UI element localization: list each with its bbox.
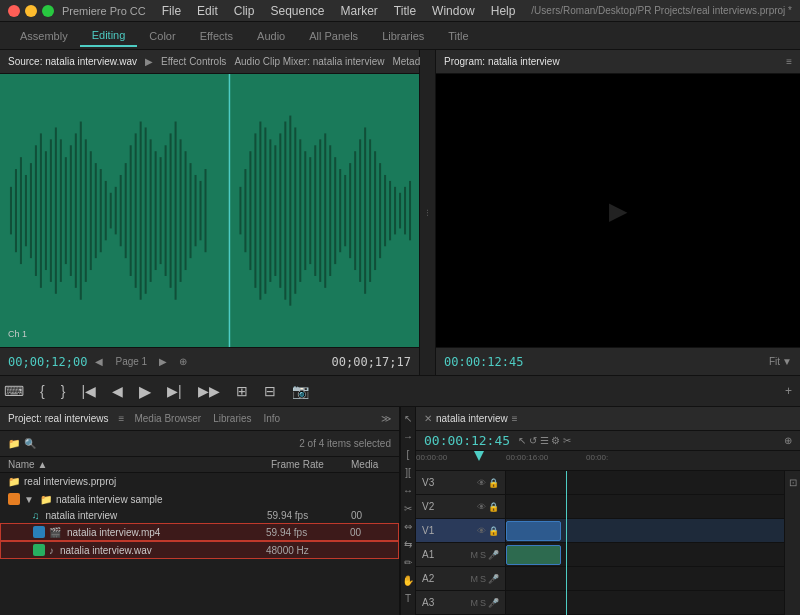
svg-rect-9 <box>50 139 52 282</box>
v1-clip[interactable] <box>506 521 561 541</box>
menu-title[interactable]: Title <box>394 4 416 18</box>
natalia-folder[interactable]: ▼ 📁 natalia interview sample <box>0 490 399 508</box>
play-button[interactable]: ▶ <box>135 380 155 403</box>
v2-track-row[interactable] <box>506 495 784 519</box>
natalia-interview-item[interactable]: ♫ natalia interview 59.94 fps 00 <box>0 508 399 523</box>
timeline-ruler[interactable]: 00:00:00 00:00:16:00 00:00: <box>416 451 800 471</box>
project-more-btn[interactable]: ≫ <box>381 413 391 424</box>
project-panel-menu-icon[interactable]: ≡ <box>119 413 125 424</box>
v2-eye[interactable]: 👁 <box>477 502 486 512</box>
tab-all-panels[interactable]: All Panels <box>297 26 370 46</box>
tab-libraries[interactable]: Libraries <box>213 413 251 424</box>
effect-controls-tab[interactable]: Effect Controls <box>161 56 226 67</box>
tab-editing[interactable]: Editing <box>80 25 138 47</box>
tab-color[interactable]: Color <box>137 26 187 46</box>
tab-title[interactable]: Title <box>436 26 480 46</box>
selection-tool[interactable]: ↖ <box>401 411 415 425</box>
left-arrow[interactable]: ◀ <box>95 356 103 367</box>
a2-mic[interactable]: 🎤 <box>488 574 499 584</box>
ripple-edit-tool[interactable]: [ <box>401 447 415 461</box>
menu-clip[interactable]: Clip <box>234 4 255 18</box>
rolling-edit-tool[interactable]: ][ <box>401 465 415 479</box>
export-frame-button[interactable]: 📷 <box>288 381 313 401</box>
a2-track-row[interactable] <box>506 567 784 591</box>
a2-s[interactable]: S <box>480 574 486 584</box>
tab-libraries[interactable]: Libraries <box>370 26 436 46</box>
timeline-timecode[interactable]: 00:00:12:45 <box>424 433 510 448</box>
mark-out-button[interactable]: { <box>36 381 49 401</box>
audio-clip-mixer-tab[interactable]: Audio Clip Mixer: natalia interview <box>234 56 384 67</box>
type-tool[interactable]: T <box>401 591 415 605</box>
source-title[interactable]: Source: natalia interview.wav <box>8 56 137 67</box>
a1-track-row[interactable] <box>506 543 784 567</box>
root-folder-name[interactable]: real interviews.prproj <box>24 476 116 487</box>
a3-mic[interactable]: 🎤 <box>488 598 499 608</box>
next-frame-button[interactable]: ▶| <box>163 381 186 401</box>
v3-lock[interactable]: 🔒 <box>488 478 499 488</box>
menu-file[interactable]: File <box>162 4 181 18</box>
menu-edit[interactable]: Edit <box>197 4 218 18</box>
v1-track-row[interactable] <box>506 519 784 543</box>
v2-lock[interactable]: 🔒 <box>488 502 499 512</box>
pen-tool[interactable]: ✏ <box>401 555 415 569</box>
snap-button[interactable]: ⊡ <box>786 475 800 489</box>
tab-audio[interactable]: Audio <box>245 26 297 46</box>
v1-eye[interactable]: 👁 <box>477 526 486 536</box>
rate-stretch-tool[interactable]: ↔ <box>401 483 415 497</box>
source-timecode-in[interactable]: 00;00;12;00 <box>8 355 87 369</box>
close-button[interactable] <box>8 5 20 17</box>
right-arrow[interactable]: ▶ <box>159 356 167 367</box>
mp4-color-icon <box>33 526 45 538</box>
insert-button[interactable]: ⊞ <box>232 381 252 401</box>
fit-chevron[interactable]: ▼ <box>782 356 792 367</box>
natalia-wav-item[interactable]: ♪ natalia interview.wav 48000 Hz <box>0 541 399 559</box>
folder-expand-icon[interactable]: ▼ <box>24 494 34 505</box>
go-to-in-button[interactable]: } <box>57 381 70 401</box>
a3-track-row[interactable] <box>506 591 784 615</box>
natalia-mp4-media: 00 <box>350 527 390 538</box>
menu-sequence[interactable]: Sequence <box>270 4 324 18</box>
hand-tool[interactable]: ✋ <box>401 573 415 587</box>
timeline-panel-menu[interactable]: ≡ <box>512 413 518 424</box>
minimize-button[interactable] <box>25 5 37 17</box>
tab-effects[interactable]: Effects <box>188 26 245 46</box>
timeline-close-icon[interactable]: ✕ <box>424 413 432 424</box>
tab-assembly[interactable]: Assembly <box>8 26 80 46</box>
shuttle-left[interactable]: |◀ <box>77 381 100 401</box>
svg-rect-46 <box>264 127 266 293</box>
add-button[interactable]: + <box>785 384 792 398</box>
shuttle-right[interactable]: ▶▶ <box>194 381 224 401</box>
overwrite-button[interactable]: ⊟ <box>260 381 280 401</box>
slide-tool[interactable]: ⇆ <box>401 537 415 551</box>
slip-tool[interactable]: ⇔ <box>401 519 415 533</box>
v3-track-row[interactable] <box>506 471 784 495</box>
tab-media-browser[interactable]: Media Browser <box>134 413 201 424</box>
timeline-content: V3 👁 🔒 V2 👁 🔒 V1 <box>416 471 800 615</box>
a1-m[interactable]: M <box>470 550 478 560</box>
source-chevron[interactable]: ▶ <box>145 56 153 67</box>
maximize-button[interactable] <box>42 5 54 17</box>
v1-lock[interactable]: 🔒 <box>488 526 499 536</box>
a1-clip[interactable] <box>506 545 561 565</box>
a3-m[interactable]: M <box>470 598 478 608</box>
natalia-mp4-item[interactable]: 🎬 natalia interview.mp4 59.94 fps 00 <box>0 523 399 541</box>
prev-frame-button[interactable]: ◀ <box>108 381 127 401</box>
fit-label[interactable]: Fit <box>769 356 780 367</box>
svg-rect-61 <box>339 169 341 252</box>
a1-s[interactable]: S <box>480 550 486 560</box>
a3-s[interactable]: S <box>480 598 486 608</box>
menu-help[interactable]: Help <box>491 4 516 18</box>
menu-marker[interactable]: Marker <box>341 4 378 18</box>
program-panel-menu[interactable]: ≡ <box>786 56 792 67</box>
svg-rect-14 <box>75 133 77 287</box>
track-area[interactable] <box>506 471 784 615</box>
v3-eye[interactable]: 👁 <box>477 478 486 488</box>
tab-info[interactable]: Info <box>264 413 281 424</box>
track-select-tool[interactable]: → <box>401 429 415 443</box>
razor-tool[interactable]: ✂ <box>401 501 415 515</box>
a1-mic[interactable]: 🎤 <box>488 550 499 560</box>
menu-window[interactable]: Window <box>432 4 475 18</box>
a2-m[interactable]: M <box>470 574 478 584</box>
page-indicator: Page 1 <box>115 356 147 367</box>
mark-in-button[interactable]: ⌨ <box>0 381 28 401</box>
